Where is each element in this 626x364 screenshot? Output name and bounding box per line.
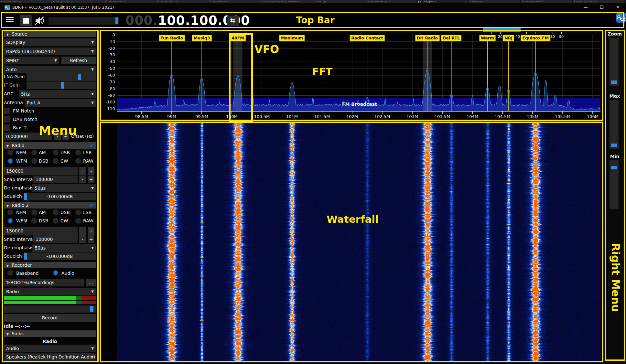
station-label-musiq3[interactable]: Musiq3: [192, 35, 212, 41]
editor-tab[interactable]: Cisb_demod.h M: [0, 0, 52, 3]
mode-radio-raw[interactable]: [75, 218, 81, 224]
baseband-radio-button[interactable]: [7, 270, 13, 276]
antenna-dropdown[interactable]: Port A▼: [25, 99, 96, 107]
editor-tab[interactable]: Cmain.cpp radio\ M: [573, 0, 625, 3]
snap2-plus-button[interactable]: +: [88, 235, 94, 243]
mode-radio-usb[interactable]: [53, 150, 59, 155]
offset-input[interactable]: 0.000000: [4, 133, 52, 140]
snap2-interval-label: Snap Interval: [4, 235, 34, 243]
slider-handle[interactable]: [115, 17, 118, 24]
radio-section-header[interactable]: ▼Radio✔: [4, 142, 96, 149]
mode-radio-am[interactable]: [31, 209, 37, 215]
offset-minus-button[interactable]: -: [54, 133, 61, 140]
menu-hamburger-icon[interactable]: [6, 16, 14, 24]
station-label-equinox-fm[interactable]: Equinox FM: [521, 35, 551, 41]
fft-size-slider[interactable]: [49, 17, 119, 25]
bias-t-checkbox[interactable]: [4, 124, 10, 131]
bandwidth-minus-button[interactable]: -: [79, 167, 86, 175]
station-label-dh-radio[interactable]: DH Radio: [415, 35, 439, 41]
editor-tab[interactable]: Cmain_window.h M: [521, 0, 573, 3]
dab-notch-checkbox[interactable]: [4, 116, 10, 123]
snap2-interval-input[interactable]: 100000: [33, 235, 78, 243]
editor-tab[interactable]: Cam_demod.h M: [208, 0, 260, 3]
mode-radio-am[interactable]: [31, 150, 37, 155]
squelch-slider[interactable]: -100.000dB: [24, 193, 96, 200]
sink-device-dropdown[interactable]: Speakers (Realtek High Definition Audio)…: [4, 353, 96, 361]
editor-tab[interactable]: Cmain.cpp frequency_manager M: [260, 0, 312, 3]
editor-tab[interactable]: Cfm_demod.h M: [52, 0, 104, 3]
mode-radio-wfm[interactable]: [7, 218, 13, 224]
radio2-bandwidth-input[interactable]: 150000: [4, 227, 78, 235]
stop-button[interactable]: [20, 15, 32, 26]
squelch2-slider[interactable]: -100.000dB: [24, 252, 96, 260]
bandwidth2-plus-button[interactable]: +: [88, 227, 94, 235]
mode-radio-raw[interactable]: [75, 158, 81, 164]
snap-interval-input[interactable]: 100000: [33, 176, 78, 183]
snap2-minus-button[interactable]: -: [79, 235, 86, 243]
editor-tab[interactable]: Cstyle.cpp: [469, 0, 521, 3]
mode-radio-nfm[interactable]: [7, 209, 13, 215]
agc-dropdown[interactable]: 5Hz▼: [19, 90, 96, 98]
mode-radio-dsb[interactable]: [31, 158, 37, 164]
editor-tab[interactable]: {}config.json ×: [416, 0, 469, 3]
zoom-slider-label: Zoom: [603, 31, 626, 37]
source-section-header[interactable]: ▼Source: [4, 31, 96, 37]
mode-radio-cw[interactable]: [53, 218, 59, 224]
recorder-section-header[interactable]: ▼Recorder: [4, 262, 96, 268]
maximize-button[interactable]: ☐: [594, 3, 609, 12]
record-button[interactable]: Record: [4, 314, 96, 322]
samplerate-dropdown[interactable]: 8MHz▼: [4, 57, 59, 64]
editor-tab[interactable]: Cusb_demod.h M: [104, 0, 156, 3]
zoom-slider[interactable]: [610, 38, 619, 86]
sinks-section-header[interactable]: ▼Sinks: [4, 330, 96, 337]
bandwidth2-minus-button[interactable]: -: [79, 227, 86, 235]
mute-speaker-icon[interactable]: [34, 16, 45, 26]
browse-button[interactable]: ...: [86, 279, 96, 286]
lna-gain-slider[interactable]: [27, 73, 96, 81]
refresh-button[interactable]: Refresh: [61, 57, 96, 64]
mode-radio-cw[interactable]: [53, 158, 59, 164]
fm-notch-checkbox[interactable]: [4, 108, 10, 114]
offset-plus-button[interactable]: +: [62, 133, 69, 140]
source-device-dropdown[interactable]: RSPdx (191106DA42)▼: [4, 48, 96, 55]
mode-radio-lsb[interactable]: [75, 209, 81, 215]
if-mode-dropdown[interactable]: Auto▼: [4, 66, 96, 73]
station-label-nrj[interactable]: NRJ: [503, 35, 514, 41]
deemphasis2-dropdown[interactable]: 50µs▼: [32, 244, 96, 252]
bandwidth-plus-button[interactable]: +: [88, 167, 94, 175]
station-label-maximum[interactable]: Maximum: [279, 35, 305, 41]
mode-radio-usb[interactable]: [53, 209, 59, 215]
max-slider[interactable]: [610, 100, 619, 149]
editor-tab[interactable]: Cmain_window.cpp M: [364, 0, 416, 3]
station-label-48fm[interactable]: 48FM: [230, 35, 245, 41]
deemphasis2-label: De-emphasis: [4, 244, 34, 252]
audio-radio-button[interactable]: [53, 270, 59, 276]
mode-radio-wfm[interactable]: [7, 158, 13, 164]
station-label-bel-rtl[interactable]: Bel RTL: [441, 35, 461, 41]
waterfall-display[interactable]: [117, 123, 601, 361]
editor-tab[interactable]: Ccore.cpp: [312, 0, 364, 3]
minimize-button[interactable]: —: [578, 3, 593, 12]
mode-radio-nfm[interactable]: [7, 150, 13, 155]
if-gain-slider[interactable]: [27, 81, 96, 89]
recorder-stream-dropdown[interactable]: Radio▼: [4, 288, 96, 295]
radio-bandwidth-input[interactable]: 150000: [4, 167, 78, 175]
station-label-warm[interactable]: Warm: [479, 35, 496, 41]
deemphasis-dropdown[interactable]: 50µs▼: [32, 184, 96, 192]
radio2-section-header[interactable]: ▼Radio 2✔: [4, 202, 96, 209]
close-button[interactable]: ✕: [610, 3, 625, 12]
swap-vfo-button[interactable]: ⇆: [227, 16, 239, 26]
snap-plus-button[interactable]: +: [88, 176, 94, 183]
station-label-fun-radio[interactable]: Fun Radio: [159, 35, 185, 41]
mode-radio-lsb[interactable]: [75, 150, 81, 155]
fft-plot[interactable]: [100, 30, 603, 121]
source-driver-dropdown[interactable]: SDRplay▼: [4, 38, 96, 46]
recording-path-input[interactable]: %ROOT%/Recordings: [4, 279, 84, 286]
min-slider[interactable]: [610, 160, 619, 209]
sink-type-dropdown[interactable]: Audio▼: [4, 345, 96, 352]
editor-tab[interactable]: Ccw_demod.h M: [156, 0, 208, 3]
snap-minus-button[interactable]: -: [79, 176, 86, 183]
recorder-volume-slider[interactable]: [4, 305, 96, 313]
station-label-radio-contact[interactable]: Radio Contact: [350, 35, 385, 41]
mode-radio-dsb[interactable]: [31, 218, 37, 224]
